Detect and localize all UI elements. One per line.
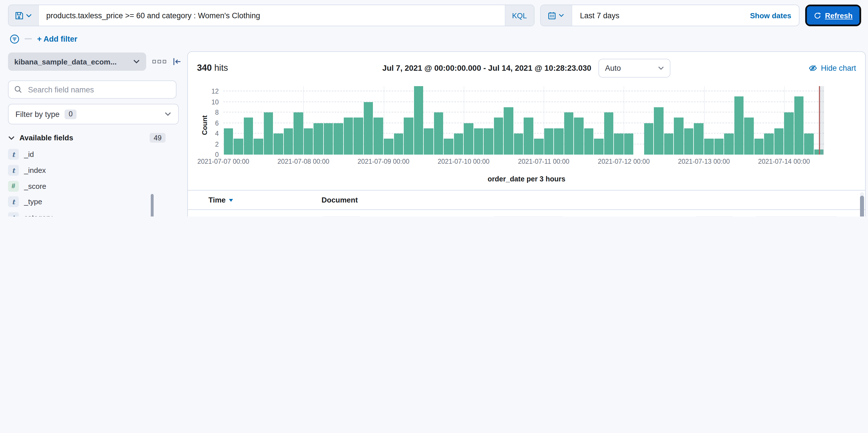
field-name: _index: [24, 166, 46, 174]
field-name: _id: [24, 150, 34, 159]
histogram-bar[interactable]: [344, 118, 353, 155]
histogram-bar[interactable]: [283, 128, 293, 155]
field-search-input[interactable]: [27, 85, 170, 94]
histogram-bar[interactable]: [704, 139, 714, 155]
histogram-bar[interactable]: [524, 118, 533, 155]
kql-badge[interactable]: KQL: [504, 5, 534, 26]
histogram-bar[interactable]: [293, 112, 303, 155]
histogram-bar[interactable]: [454, 133, 463, 155]
results-header: 340 hits Jul 7, 2021 @ 00:00:00.000 - Ju…: [188, 52, 865, 80]
histogram-bar[interactable]: [684, 128, 693, 155]
filter-bar-divider: [25, 38, 32, 39]
filter-by-type-dropdown[interactable]: Filter by type 0: [8, 104, 179, 124]
histogram-bar[interactable]: [764, 133, 774, 155]
query-input[interactable]: [39, 5, 504, 26]
eye-slash-icon: [809, 64, 817, 72]
search-top-bar: KQL Last 7 days Show dates Refresh: [0, 0, 868, 26]
histogram-bar[interactable]: [424, 128, 433, 155]
field-name: category: [24, 213, 53, 216]
calendar-dropdown-button[interactable]: [540, 5, 572, 26]
histogram-bar[interactable]: [494, 118, 503, 155]
histogram-bar[interactable]: [384, 139, 393, 155]
expand-row-button[interactable]: [188, 214, 209, 216]
doc-table-body: Jul 14, 2021 @ 09:58:34.000category: Wom…: [188, 210, 865, 216]
histogram-bar[interactable]: [324, 123, 333, 155]
table-scrollbar-thumb[interactable]: [860, 196, 864, 216]
histogram-bar[interactable]: [223, 128, 233, 155]
time-column-header[interactable]: Time: [209, 196, 321, 204]
histogram-bar[interactable]: [694, 123, 704, 155]
available-fields-header[interactable]: Available fields 49: [8, 133, 165, 143]
histogram-bar[interactable]: [354, 118, 363, 155]
histogram-bar[interactable]: [414, 86, 423, 155]
field-list-item[interactable]: t_index: [8, 162, 158, 178]
histogram-bar[interactable]: [364, 102, 373, 155]
filter-menu-icon[interactable]: [10, 34, 20, 44]
histogram-bar[interactable]: [724, 133, 734, 155]
x-tick-label: 2021-07-08 00:00: [278, 158, 330, 165]
field-list-item[interactable]: t_id: [8, 146, 158, 162]
histogram-bar[interactable]: [484, 128, 493, 155]
histogram-bar[interactable]: [774, 128, 783, 155]
histogram-bar[interactable]: [564, 112, 574, 155]
histogram-bar[interactable]: [314, 123, 323, 155]
histogram-bar[interactable]: [534, 139, 544, 155]
histogram-bar[interactable]: [234, 139, 243, 155]
histogram-bar[interactable]: [264, 112, 273, 155]
histogram-bar[interactable]: [584, 128, 593, 155]
add-filter-button[interactable]: + Add filter: [37, 35, 78, 43]
field-list-item[interactable]: #_score: [8, 178, 158, 194]
doc-table-header: Time Document: [188, 190, 865, 210]
histogram-bar[interactable]: [784, 112, 794, 155]
refresh-button[interactable]: Refresh: [807, 6, 860, 25]
histogram-bar[interactable]: [514, 133, 523, 155]
histogram-bar[interactable]: [544, 128, 553, 155]
sidebar-scrollbar[interactable]: [151, 194, 154, 216]
histogram-bar[interactable]: [674, 118, 684, 155]
histogram-bar[interactable]: [394, 133, 403, 155]
histogram-bar[interactable]: [434, 112, 443, 155]
histogram-bar[interactable]: [464, 123, 473, 155]
histogram-bar[interactable]: [554, 128, 563, 155]
histogram-bar[interactable]: [374, 118, 383, 155]
index-pattern-selector[interactable]: kibana_sample_data_ecom...: [8, 53, 146, 71]
histogram-bar[interactable]: [794, 97, 804, 155]
histogram-bar[interactable]: [714, 139, 723, 155]
histogram-bar[interactable]: [754, 139, 764, 155]
time-range-value[interactable]: Last 7 days: [572, 5, 750, 26]
histogram-bar[interactable]: [574, 118, 583, 155]
histogram-bar[interactable]: [253, 139, 263, 155]
x-axis-label: order_date per 3 hours: [188, 175, 865, 186]
histogram-bar[interactable]: [734, 97, 744, 155]
histogram-bar[interactable]: [304, 128, 313, 155]
y-tick-label: 12: [211, 88, 219, 95]
histogram-bar[interactable]: [654, 107, 663, 155]
histogram-bar[interactable]: [804, 133, 814, 155]
field-list-item[interactable]: t_type: [8, 194, 158, 210]
saved-query-menu-button[interactable]: [8, 5, 39, 26]
histogram-bar[interactable]: [614, 133, 623, 155]
histogram-bar[interactable]: [474, 128, 484, 155]
y-tick-label: 2: [215, 141, 219, 147]
histogram-bar[interactable]: [744, 118, 753, 155]
field-list-item[interactable]: tcategory: [8, 210, 158, 217]
interval-select[interactable]: Auto: [599, 59, 671, 77]
histogram-bar[interactable]: [274, 133, 283, 155]
histogram-plot-area[interactable]: [223, 86, 824, 155]
y-tick-label: 8: [215, 109, 219, 116]
histogram-bar[interactable]: [624, 133, 633, 155]
doc-field-name-pill: customer_first_name:: [754, 216, 838, 216]
histogram-bar[interactable]: [594, 139, 603, 155]
histogram-bar[interactable]: [664, 133, 674, 155]
histogram-bar[interactable]: [244, 118, 253, 155]
histogram-bar[interactable]: [444, 139, 453, 155]
histogram-bar[interactable]: [644, 123, 654, 155]
histogram-bar[interactable]: [334, 123, 343, 155]
hide-chart-button[interactable]: Hide chart: [809, 64, 856, 72]
histogram-bar[interactable]: [404, 118, 413, 155]
index-pattern-settings-icon[interactable]: [152, 60, 166, 64]
histogram-bar[interactable]: [604, 112, 613, 155]
histogram-bar[interactable]: [504, 107, 514, 155]
show-dates-button[interactable]: Show dates: [750, 5, 799, 26]
collapse-sidebar-icon[interactable]: [173, 57, 182, 66]
